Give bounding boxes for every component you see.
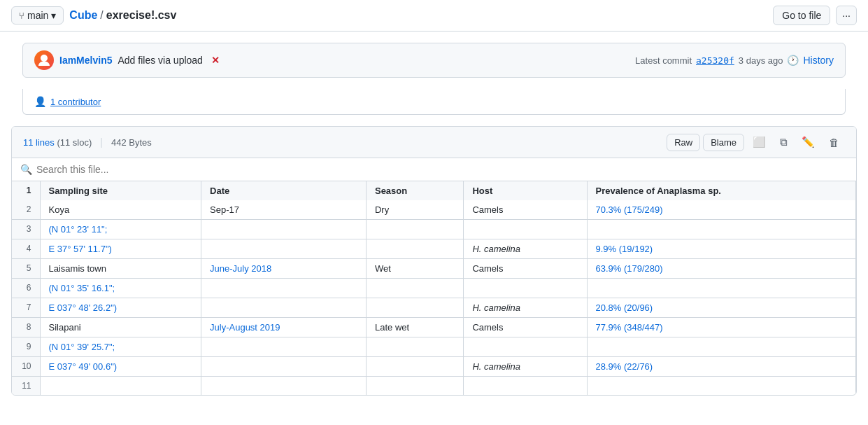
commit-hash-link[interactable]: a25320f	[696, 55, 734, 66]
line-number: 8	[12, 318, 40, 337]
desktop-icon[interactable]: ⬜	[747, 132, 771, 152]
table-cell	[464, 337, 587, 357]
table-cell	[201, 239, 367, 259]
table-body: 2KoyaSep-17DryCamels70.3% (175/249)3(N 0…	[12, 200, 856, 395]
col-header-season: Season	[366, 181, 463, 200]
file-actions: Raw Blame ⬜ ⧉ ✏️ 🗑	[667, 132, 845, 152]
table-cell	[587, 337, 855, 357]
file-size: 442 Bytes	[111, 137, 152, 148]
line-number: 3	[12, 220, 40, 239]
delete-icon[interactable]: 🗑	[823, 133, 845, 152]
table-cell: E 037° 49' 00.6")	[40, 357, 201, 377]
col-header-date: Date	[201, 181, 367, 200]
table-row: 2KoyaSep-17DryCamels70.3% (175/249)	[12, 200, 856, 220]
table-cell: H. camelina	[464, 357, 587, 377]
commit-bar: IamMelvin5 Add files via upload ✕ Latest…	[22, 43, 846, 78]
table-cell	[366, 377, 463, 396]
person-icon: 👤	[34, 96, 46, 107]
table-cell: E 037° 48' 26.2")	[40, 298, 201, 318]
table-header: 1 Sampling site Date Season Host Prevale…	[12, 181, 856, 200]
table-cell	[366, 279, 463, 298]
go-to-file-button[interactable]: Go to file	[773, 6, 830, 25]
line-number: 7	[12, 298, 40, 318]
table-cell: 70.3% (175/249)	[587, 200, 855, 220]
edit-icon[interactable]: ✏️	[796, 132, 820, 152]
table-cell	[366, 298, 463, 318]
commit-meta: Latest commit a25320f 3 days ago 🕐 Histo…	[635, 55, 834, 66]
table-cell	[40, 377, 201, 396]
breadcrumb-repo-link[interactable]: Cube	[69, 9, 97, 22]
blame-button[interactable]: Blame	[703, 134, 744, 151]
table-cell: 77.9% (348/447)	[587, 318, 855, 337]
top-bar-right: Go to file ···	[773, 6, 857, 25]
contributors-bar: 👤 1 contributor	[22, 89, 846, 115]
breadcrumb-separator: /	[100, 9, 103, 22]
table-cell: 63.9% (179/280)	[587, 259, 855, 279]
table-cell: Silapani	[40, 318, 201, 337]
table-cell: Laisamis town	[40, 259, 201, 279]
chevron-down-icon: ▾	[51, 10, 56, 21]
table-row: 8SilapaniJuly-August 2019Late wetCamels7…	[12, 318, 856, 337]
col-header-sampling-site: Sampling site	[40, 181, 201, 200]
line-number: 5	[12, 259, 40, 279]
search-icon: 🔍	[20, 164, 32, 175]
table-row: 6(N 01° 35' 16.1";	[12, 279, 856, 298]
commit-author-link[interactable]: IamMelvin5	[59, 55, 112, 66]
table-row: 11	[12, 377, 856, 396]
table-cell: (N 01° 23' 11";	[40, 220, 201, 239]
search-input[interactable]	[36, 164, 848, 175]
branch-icon: ⑂	[19, 11, 24, 21]
clock-icon: 🕐	[787, 55, 799, 66]
table-cell: Late wet	[366, 318, 463, 337]
table-cell	[464, 377, 587, 396]
table-cell	[366, 357, 463, 377]
commit-time: 3 days ago	[739, 55, 783, 66]
table-cell: E 37° 57' 11.7")	[40, 239, 201, 259]
col-header-host: Host	[464, 181, 587, 200]
table-cell: Camels	[464, 259, 587, 279]
table-cell: (N 01° 35' 16.1";	[40, 279, 201, 298]
raw-button[interactable]: Raw	[667, 134, 700, 151]
avatar	[34, 50, 54, 70]
contributors-link[interactable]: 1 contributor	[50, 97, 101, 107]
file-viewer: 11 lines (11 sloc) | 442 Bytes Raw Blame…	[11, 126, 857, 396]
table-cell	[587, 279, 855, 298]
file-lines-info: 11 lines (11 sloc)	[23, 137, 92, 148]
line-number: 11	[12, 377, 40, 396]
table-cell: July-August 2019	[201, 318, 367, 337]
table-cell: 28.9% (22/76)	[587, 357, 855, 377]
file-sloc: (11 sloc)	[57, 137, 92, 148]
line-number: 9	[12, 337, 40, 357]
table-cell	[587, 377, 855, 396]
branch-selector[interactable]: ⑂ main ▾	[11, 6, 64, 25]
table-cell: Koya	[40, 200, 201, 220]
table-row: 3(N 01° 23' 11";	[12, 220, 856, 239]
table-cell	[201, 220, 367, 239]
table-cell: (N 01° 39' 25.7";	[40, 337, 201, 357]
more-options-button[interactable]: ···	[836, 6, 857, 25]
table-row: 7E 037° 48' 26.2")H. camelina20.8% (20/9…	[12, 298, 856, 318]
table-cell: Sep-17	[201, 200, 367, 220]
col-header-prevalence: Prevalence of Anaplasma sp.	[587, 181, 855, 200]
table-cell: Dry	[366, 200, 463, 220]
file-meta-separator: |	[100, 137, 103, 148]
copy-icon[interactable]: ⧉	[774, 132, 793, 152]
table-cell	[366, 239, 463, 259]
table-cell: Camels	[464, 200, 587, 220]
search-bar: 🔍	[12, 158, 856, 181]
table-cell	[201, 357, 367, 377]
table-cell: 20.8% (20/96)	[587, 298, 855, 318]
csv-table: 1 Sampling site Date Season Host Prevale…	[12, 181, 856, 395]
table-cell	[587, 220, 855, 239]
breadcrumb: Cube / exrecise!.csv	[69, 9, 176, 22]
breadcrumb-file: exrecise!.csv	[106, 9, 177, 22]
table-cell	[464, 220, 587, 239]
line-number: 6	[12, 279, 40, 298]
history-link[interactable]: History	[803, 55, 834, 66]
top-bar: ⑂ main ▾ Cube / exrecise!.csv Go to file…	[0, 0, 868, 32]
file-lines: 11 lines	[23, 137, 55, 148]
file-header: 11 lines (11 sloc) | 442 Bytes Raw Blame…	[12, 127, 856, 158]
table-cell	[366, 337, 463, 357]
table-row: 5Laisamis townJune-July 2018WetCamels63.…	[12, 259, 856, 279]
table-cell: H. camelina	[464, 239, 587, 259]
